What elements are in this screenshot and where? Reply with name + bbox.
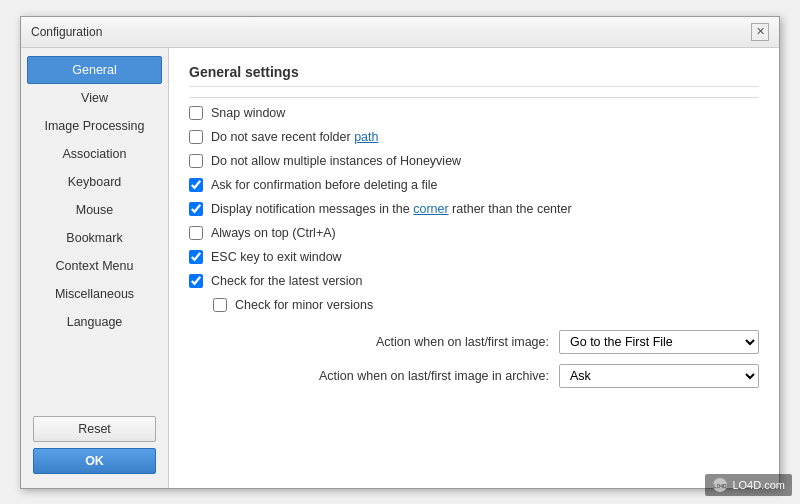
checkbox-snap-window[interactable] bbox=[189, 106, 203, 120]
setting-row-esc-exit: ESC key to exit window bbox=[189, 250, 759, 264]
label-esc-exit[interactable]: ESC key to exit window bbox=[211, 250, 342, 264]
setting-row-confirm-delete: Ask for confirmation before deleting a f… bbox=[189, 178, 759, 192]
configuration-window: Configuration ✕ GeneralViewImage Process… bbox=[20, 16, 780, 489]
sidebar-item-mouse[interactable]: Mouse bbox=[27, 196, 162, 224]
sidebar-bottom: Reset OK bbox=[27, 410, 162, 480]
action-row-action-last-first-archive: Action when on last/first image in archi… bbox=[189, 364, 759, 388]
sidebar-item-general[interactable]: General bbox=[27, 56, 162, 84]
label-snap-window[interactable]: Snap window bbox=[211, 106, 285, 120]
label-no-multiple[interactable]: Do not allow multiple instances of Honey… bbox=[211, 154, 461, 168]
sidebar-item-association[interactable]: Association bbox=[27, 140, 162, 168]
checkbox-always-on-top[interactable] bbox=[189, 226, 203, 240]
divider bbox=[189, 97, 759, 98]
checkbox-esc-exit[interactable] bbox=[189, 250, 203, 264]
label-no-save-recent[interactable]: Do not save recent folder path bbox=[211, 130, 378, 144]
sidebar-item-bookmark[interactable]: Bookmark bbox=[27, 224, 162, 252]
window-title: Configuration bbox=[31, 25, 102, 39]
checkbox-no-multiple[interactable] bbox=[189, 154, 203, 168]
reset-button[interactable]: Reset bbox=[33, 416, 156, 442]
checkbox-confirm-delete[interactable] bbox=[189, 178, 203, 192]
sidebar-item-view[interactable]: View bbox=[27, 84, 162, 112]
title-bar: Configuration ✕ bbox=[21, 17, 779, 48]
label-check-latest[interactable]: Check for the latest version bbox=[211, 274, 362, 288]
setting-row-display-notification: Display notification messages in the cor… bbox=[189, 202, 759, 216]
action-select-action-last-first[interactable]: Go to the First FileGo to the Last FileD… bbox=[559, 330, 759, 354]
lo4d-icon: LO4D bbox=[712, 477, 728, 493]
setting-row-check-latest: Check for the latest version bbox=[189, 274, 759, 288]
checkbox-display-notification[interactable] bbox=[189, 202, 203, 216]
main-content: General settings Snap windowDo not save … bbox=[169, 48, 779, 488]
sidebar-items: GeneralViewImage ProcessingAssociationKe… bbox=[27, 56, 162, 336]
section-title: General settings bbox=[189, 64, 759, 87]
action-label-action-last-first-archive: Action when on last/first image in archi… bbox=[319, 369, 549, 383]
action-rows: Action when on last/first image:Go to th… bbox=[189, 330, 759, 388]
sidebar-item-keyboard[interactable]: Keyboard bbox=[27, 168, 162, 196]
checkbox-no-save-recent[interactable] bbox=[189, 130, 203, 144]
setting-row-check-minor: Check for minor versions bbox=[189, 298, 759, 312]
sidebar-item-context-menu[interactable]: Context Menu bbox=[27, 252, 162, 280]
action-label-action-last-first: Action when on last/first image: bbox=[376, 335, 549, 349]
checkbox-check-latest[interactable] bbox=[189, 274, 203, 288]
action-row-action-last-first: Action when on last/first image:Go to th… bbox=[189, 330, 759, 354]
watermark: LO4D LO4D.com bbox=[705, 474, 792, 496]
ok-button[interactable]: OK bbox=[33, 448, 156, 474]
sidebar-item-image-processing[interactable]: Image Processing bbox=[27, 112, 162, 140]
settings-list: Snap windowDo not save recent folder pat… bbox=[189, 106, 759, 312]
label-display-notification[interactable]: Display notification messages in the cor… bbox=[211, 202, 572, 216]
setting-row-no-save-recent: Do not save recent folder path bbox=[189, 130, 759, 144]
checkbox-check-minor[interactable] bbox=[213, 298, 227, 312]
sidebar: GeneralViewImage ProcessingAssociationKe… bbox=[21, 48, 169, 488]
watermark-text: LO4D.com bbox=[732, 479, 785, 491]
svg-text:LO4D: LO4D bbox=[714, 483, 728, 489]
sidebar-item-language[interactable]: Language bbox=[27, 308, 162, 336]
setting-row-no-multiple: Do not allow multiple instances of Honey… bbox=[189, 154, 759, 168]
setting-row-always-on-top: Always on top (Ctrl+A) bbox=[189, 226, 759, 240]
label-confirm-delete[interactable]: Ask for confirmation before deleting a f… bbox=[211, 178, 438, 192]
window-body: GeneralViewImage ProcessingAssociationKe… bbox=[21, 48, 779, 488]
action-select-action-last-first-archive[interactable]: AskGo to the First FileGo to the Last Fi… bbox=[559, 364, 759, 388]
sidebar-item-miscellaneous[interactable]: Miscellaneous bbox=[27, 280, 162, 308]
close-button[interactable]: ✕ bbox=[751, 23, 769, 41]
label-check-minor[interactable]: Check for minor versions bbox=[235, 298, 373, 312]
label-always-on-top[interactable]: Always on top (Ctrl+A) bbox=[211, 226, 336, 240]
setting-row-snap-window: Snap window bbox=[189, 106, 759, 120]
